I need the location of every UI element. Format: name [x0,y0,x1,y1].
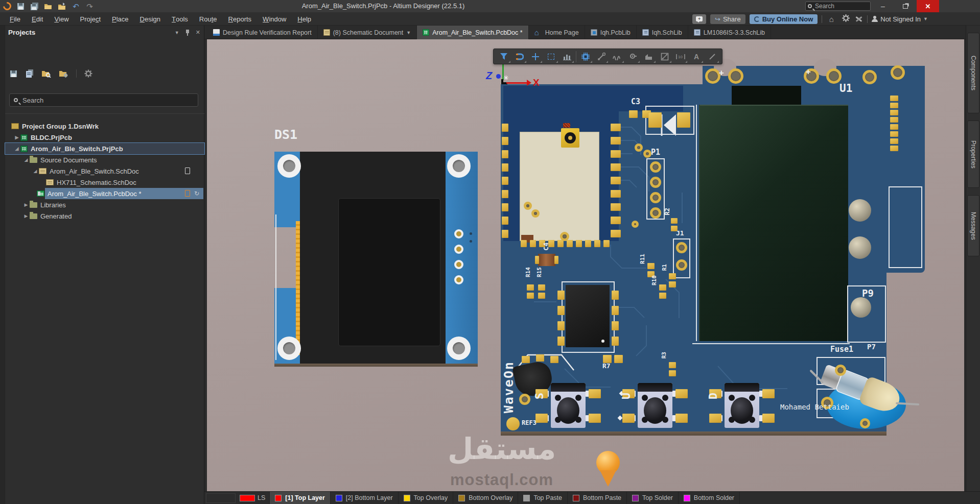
tab-iqh-schlib[interactable]: Iqh.SchLib [637,26,688,39]
layer-tab-top-overlay[interactable]: Top Overlay [399,492,454,504]
gold-pad [502,137,508,145]
expand-arrow-icon[interactable]: ▶ [13,135,20,140]
layer-tab-bottom-solder[interactable]: Bottom Solder [679,492,740,504]
place-text-icon[interactable]: A [688,49,704,64]
layer-tab-bottom-paste[interactable]: Bottom Paste [568,492,627,504]
plated-hole [635,143,643,152]
place-component-icon[interactable] [577,49,593,64]
global-search-box[interactable] [805,2,871,11]
share-button[interactable]: ↪Share [710,14,745,24]
panel-tab-messages[interactable]: Messages [967,195,979,256]
buy-online-button[interactable]: Buy Online Now [750,14,818,24]
collapse-arrow-icon[interactable]: ◢ [22,157,30,162]
route-icon[interactable] [593,49,609,64]
sign-in-button[interactable]: Not Signed In ▼ [872,15,928,23]
gold-pad [612,291,619,300]
tree-item-workspace[interactable]: Project Group 1.DsnWrk [5,121,204,132]
label-p1: P1 [651,148,660,157]
chevron-down-icon[interactable]: ▼ [175,30,179,35]
pin-icon[interactable] [185,30,190,36]
redo-icon[interactable]: ↷ [85,3,94,10]
tab-iqh-pcblib[interactable]: Iqh.PcbLib [585,26,637,39]
menu-item-view[interactable]: View [49,12,74,26]
tree-item-source-documents[interactable]: ◢Source Documents [5,154,204,165]
polygon-pour-icon[interactable] [641,49,657,64]
place-line-icon[interactable] [704,49,720,64]
projects-search-input[interactable] [21,96,185,105]
tree-item-arom-pcbdoc[interactable]: Arom_Air_Ble_Switch.PcbDoc * ↻ [5,188,204,199]
menu-item-help[interactable]: Help [292,12,317,26]
folder-settings-icon[interactable] [59,70,68,78]
tab-home-page[interactable]: ⌂Home Page [529,26,585,39]
oled-dot [470,232,472,235]
tree-item-arom-project[interactable]: ◢Arom_Air_Ble_Switch.PrjPcb [5,143,204,154]
layer-tab-bottom-layer[interactable]: [2] Bottom Layer [331,492,399,504]
measure-icon[interactable] [657,49,672,64]
tab-design-rule-report[interactable]: Design Rule Verification Report [207,26,318,39]
move-icon[interactable] [527,49,543,64]
menu-item-window[interactable]: Window [257,12,292,26]
origin-marker [596,451,620,474]
tools-crossed-icon[interactable] [855,15,863,22]
tree-item-generated[interactable]: ▶Generated [5,210,204,222]
menu-item-tools[interactable]: Tools [166,12,194,26]
comment-button[interactable]: + [692,14,706,24]
panel-tab-components[interactable]: Components [967,33,979,113]
menu-item-file[interactable]: File [4,12,26,26]
tab-lm1086-schlib[interactable]: LM1086IS-3.3.SchLib [688,26,771,39]
projects-search-box[interactable] [9,93,198,107]
gold-pad [557,306,565,315]
gold-pad [502,150,508,158]
menu-item-edit[interactable]: Edit [26,12,49,26]
close-button[interactable]: ✕ [917,0,939,12]
mounting-hole [277,154,301,178]
layer-tab-top-solder[interactable]: Top Solder [627,492,679,504]
tree-item-libraries[interactable]: ▶Libraries [5,199,204,210]
menu-item-route[interactable]: Route [194,12,223,26]
undo-icon[interactable]: ↶ [72,3,80,10]
layer-tab-top-paste[interactable]: Top Paste [518,492,568,504]
minimize-button[interactable]: – [872,0,894,12]
layer-tab-bottom-overlay[interactable]: Bottom Overlay [453,492,518,504]
layer-tab-top-layer[interactable]: [1] Top Layer [270,492,331,504]
open-project-icon[interactable] [58,3,66,10]
settings-gear-icon[interactable] [84,69,92,78]
expand-arrow-icon[interactable]: ▶ [22,213,30,219]
home-icon[interactable]: ⌂ [826,15,836,23]
layer-set-tab[interactable]: LS [236,492,270,504]
via-icon[interactable] [625,49,641,64]
panel-tab-properties[interactable]: Properties [967,121,979,188]
collapse-arrow-icon[interactable]: ◢ [32,169,39,174]
menu-item-design[interactable]: Design [134,12,166,26]
tree-item-bldc-project[interactable]: ▶BLDC.PrjPcb [5,132,204,143]
menu-item-project[interactable]: Project [75,12,106,26]
gold-pad [502,124,508,132]
tune-icon[interactable] [609,49,625,64]
menu-item-reports[interactable]: Reports [223,12,258,26]
filter-icon[interactable] [496,49,511,64]
collapse-arrow-icon[interactable]: ◢ [13,146,20,151]
tab-schematic-document[interactable]: (8) Schematic Document▼ [318,26,417,39]
snap-magnet-icon[interactable] [511,49,527,64]
board-insight-icon[interactable] [559,49,575,64]
close-icon[interactable]: ✕ [196,29,200,36]
tree-item-hx711-schdoc[interactable]: HX711_Schematic.SchDoc [5,177,204,188]
dimension-icon[interactable]: 10 [672,49,688,64]
save-all-icon[interactable] [30,3,39,10]
open-icon[interactable] [44,3,53,10]
compile-copy-icon[interactable] [26,69,34,78]
menu-item-place[interactable]: Place [106,12,134,26]
tree-item-arom-schdoc[interactable]: ◢Arom_Air_Ble_Switch.SchDoc [5,165,204,177]
gear-icon[interactable] [841,14,851,23]
maximize-button[interactable] [894,0,917,12]
expand-arrow-icon[interactable]: ▶ [22,202,30,207]
label-r7: R7 [602,362,611,370]
folder-search-icon[interactable] [41,70,51,78]
global-search-input[interactable] [814,2,865,10]
pcb-3d-viewport[interactable]: Z X ✳ 10 A DS1 C3 P1 [207,39,964,491]
save-icon[interactable] [10,70,18,78]
save-icon[interactable] [16,3,25,10]
tab-pcbdoc-active[interactable]: Arom_Air_Ble_Switch.PcbDoc * [417,26,528,39]
select-area-icon[interactable] [543,49,559,64]
gold-pad [527,284,534,291]
